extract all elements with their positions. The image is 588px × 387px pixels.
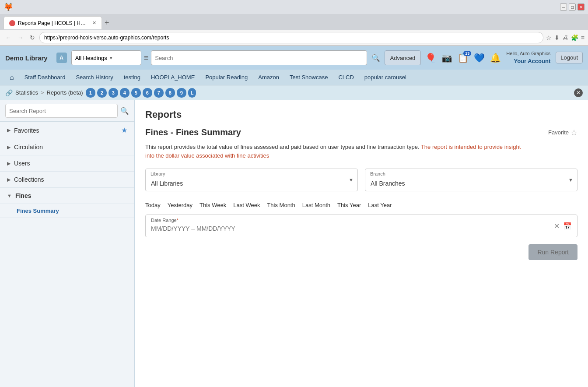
date-tab-last-week[interactable]: Last Week [233, 200, 260, 210]
branch-label: Branch [370, 171, 385, 176]
active-tab[interactable]: Reports Page | HCOLS | HCOLS ✕ [4, 16, 102, 29]
date-tab-this-year[interactable]: This Year [337, 200, 361, 210]
bookmark-icon[interactable]: ☆ [546, 34, 552, 41]
clear-date-icon[interactable]: ✕ [554, 222, 560, 230]
favorite-button[interactable]: Favorite ☆ [548, 128, 578, 137]
date-tab-last-year[interactable]: Last Year [368, 200, 392, 210]
header-icons: 🎈 📷 📋 13 💙 🔔 Hello, Auto-Graphics Your A… [425, 50, 583, 65]
date-tab-last-month[interactable]: Last Month [302, 200, 330, 210]
new-tab-button[interactable]: + [105, 19, 109, 27]
page-tab-3[interactable]: 3 [108, 88, 118, 98]
tab-close-icon[interactable]: ✕ [92, 20, 96, 26]
sidebar-item-fines[interactable]: ▼ Fines [0, 188, 134, 204]
page-tab-5[interactable]: 5 [131, 88, 141, 98]
reports-breadcrumb[interactable]: Reports (beta) [47, 89, 83, 96]
description-part1: This report provides the total value of … [145, 144, 420, 150]
sidebar-item-users[interactable]: ▶ Users [0, 155, 134, 172]
branch-select[interactable]: All Branches [365, 169, 578, 191]
chevron-right-icon-users: ▶ [7, 161, 10, 166]
balloon-icon[interactable]: 🎈 [425, 53, 436, 63]
search-button[interactable]: 🔍 [370, 52, 382, 64]
menu-icon[interactable]: ≡ [581, 34, 584, 41]
sidebar-item-collections[interactable]: ▶ Collections [0, 172, 134, 188]
maximize-button[interactable]: □ [569, 4, 576, 11]
date-range-input[interactable] [151, 225, 554, 232]
library-label: Library [150, 171, 165, 176]
nav-item-popular-reading[interactable]: Popular Reading [201, 71, 252, 83]
sidebar: 🔍 ▶ Favorites ★ ▶ Circulation ▶ Users ▶ [0, 100, 135, 387]
sidebar-item-circulation[interactable]: ▶ Circulation [0, 139, 134, 155]
bell-icon[interactable]: 🔔 [490, 53, 501, 63]
library-select[interactable]: All Libraries [145, 169, 358, 191]
branch-group: Branch All Branches ▼ [365, 169, 578, 191]
advanced-button[interactable]: Advanced [385, 50, 421, 65]
chevron-down-icon-fines: ▼ [7, 193, 12, 198]
url-input[interactable] [39, 32, 543, 43]
nav-item-search-history[interactable]: Search History [71, 71, 117, 83]
date-tab-today[interactable]: Today [145, 200, 161, 210]
address-icons: ☆ ⬇ 🖨 🧩 ≡ [546, 34, 584, 41]
logout-button[interactable]: Logout [556, 52, 583, 63]
sidebar-collections-label: Collections [14, 176, 44, 183]
sidebar-item-favorites[interactable]: ▶ Favorites ★ [0, 122, 134, 139]
sidebar-circulation-label: Circulation [14, 144, 43, 151]
library-name: Demo Library [5, 54, 48, 62]
date-tab-this-week[interactable]: This Week [200, 200, 226, 210]
content-area: Reports Fines - Fines Summary Favorite ☆… [135, 100, 588, 387]
page-tab-2[interactable]: 2 [97, 88, 107, 98]
nav-item-test-showcase[interactable]: Test Showcase [285, 71, 332, 83]
breadcrumb-close-button[interactable]: ✕ [574, 88, 583, 97]
date-tab-yesterday[interactable]: Yesterday [168, 200, 192, 210]
sidebar-sub-item-fines-summary[interactable]: Fines Summary [0, 204, 134, 218]
forward-button[interactable]: → [16, 33, 25, 42]
account-link[interactable]: Your Account [506, 57, 550, 65]
heart-icon[interactable]: 💙 [474, 53, 485, 63]
search-report-input[interactable] [5, 104, 118, 118]
tab-title: Reports Page | HCOLS | HCOLS [18, 20, 88, 26]
catalog-icon[interactable]: 📷 [441, 53, 452, 63]
nav-item-testing[interactable]: testing [119, 71, 145, 83]
home-nav-item[interactable]: ⌂ [5, 71, 18, 84]
page-tabs: 1 2 3 4 5 6 7 8 9 L [86, 88, 196, 98]
report-card: Fines - Fines Summary Favorite ☆ This re… [145, 127, 578, 260]
chevron-right-icon: ▶ [7, 127, 10, 133]
sidebar-users-label: Users [14, 160, 30, 167]
main-search-input[interactable] [151, 50, 367, 65]
nav-item-hoopla[interactable]: HOOPLA_HOME [147, 71, 199, 83]
page-tab-l[interactable]: L [188, 88, 196, 98]
close-button[interactable]: ✕ [578, 4, 584, 11]
minimize-button[interactable]: ─ [560, 4, 567, 11]
window-controls: ─ □ ✕ [560, 4, 584, 11]
page-tab-1[interactable]: 1 [86, 88, 95, 98]
breadcrumb-bar: 🔗 Statistics > Reports (beta) 1 2 3 4 5 … [0, 85, 588, 100]
nav-item-clcd[interactable]: CLCD [334, 71, 358, 83]
breadcrumb-separator: > [41, 89, 44, 96]
nav-item-popular-carousel[interactable]: popular carousel [360, 71, 411, 83]
app-header: Demo Library A All Headings ▼ ≡ 🔍 Advanc… [0, 46, 588, 70]
nav-item-staff-dashboard[interactable]: Staff Dashboard [20, 71, 70, 83]
nav-item-amazon[interactable]: Amazon [254, 71, 284, 83]
search-report-button[interactable]: 🔍 [120, 107, 129, 115]
page-tab-9[interactable]: 9 [177, 88, 186, 98]
favorites-star-icon: ★ [121, 126, 127, 134]
extensions-icon[interactable]: 🧩 [571, 34, 578, 41]
print-icon[interactable]: 🖨 [562, 34, 568, 41]
download-icon[interactable]: ⬇ [554, 34, 560, 41]
page-tab-8[interactable]: 8 [165, 88, 175, 98]
page-tab-4[interactable]: 4 [120, 88, 130, 98]
page-tab-6[interactable]: 6 [143, 88, 152, 98]
calendar-icon[interactable]: 📅 [563, 222, 572, 230]
back-button[interactable]: ← [4, 33, 13, 42]
date-range-icons: ✕ 📅 [554, 222, 572, 230]
library-group: Library All Libraries ▼ [145, 169, 358, 191]
refresh-button[interactable]: ↻ [28, 33, 37, 42]
statistics-breadcrumb[interactable]: Statistics [15, 89, 38, 96]
search-heading-dropdown[interactable]: All Headings ▼ [71, 50, 141, 65]
page-tab-7[interactable]: 7 [154, 88, 164, 98]
greeting-text: Hello, Auto-Graphics [506, 50, 550, 57]
run-report-button[interactable]: Run Report [528, 244, 578, 260]
date-tab-this-month[interactable]: This Month [267, 200, 295, 210]
tab-favicon [9, 20, 15, 26]
list-icon[interactable]: 📋 13 [458, 53, 469, 63]
sidebar-fines-summary-label: Fines Summary [17, 208, 59, 214]
